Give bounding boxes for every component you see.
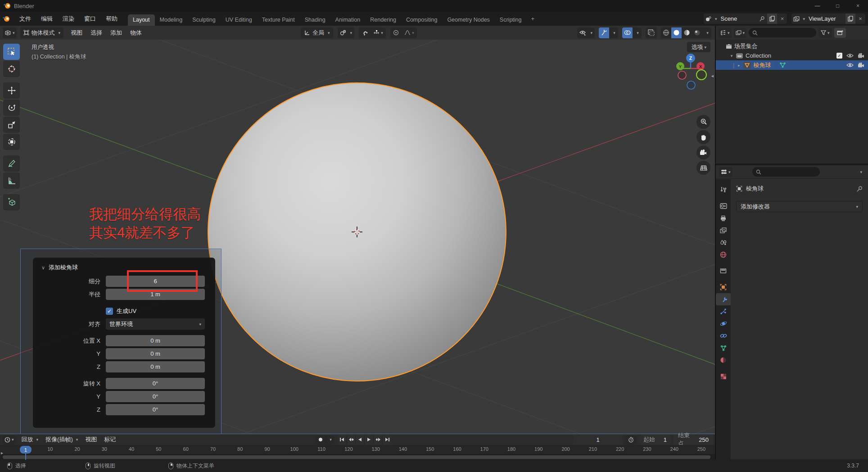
gizmo-x-negative[interactable] xyxy=(678,71,686,79)
location-z-field[interactable]: 0 m xyxy=(106,361,205,372)
outliner-editor-type-button[interactable]: ▾ xyxy=(719,28,732,38)
viewport-menu-item[interactable]: 添加 xyxy=(107,27,126,38)
xray-toggle[interactable] xyxy=(646,27,657,38)
tool-transform[interactable] xyxy=(3,134,20,150)
location-y-field[interactable]: 0 m xyxy=(106,348,205,359)
add-workspace-button[interactable]: + xyxy=(527,14,539,24)
expand-arrow-icon[interactable]: ▾ xyxy=(729,54,734,58)
rotation-z-field[interactable]: 0° xyxy=(106,404,205,415)
shading-wireframe-button[interactable] xyxy=(661,27,671,38)
viewlayer-browse-icon[interactable] xyxy=(791,16,801,22)
close-button[interactable]: × xyxy=(848,0,868,12)
new-viewlayer-icon[interactable] xyxy=(845,14,855,24)
viewport-menu-item[interactable]: 物体 xyxy=(127,27,145,38)
hide-eye-icon[interactable] xyxy=(846,63,854,68)
new-collection-button[interactable] xyxy=(834,28,846,38)
pan-button[interactable] xyxy=(696,130,710,144)
gizmo-z-negative[interactable] xyxy=(687,81,695,89)
current-frame-badge[interactable]: 1 xyxy=(20,446,32,454)
tab-constraints[interactable] xyxy=(716,330,731,342)
timeline-menu-item[interactable]: 抠像(插帧)▾ xyxy=(42,435,81,445)
camera-view-button[interactable] xyxy=(696,145,710,159)
frame-start-field[interactable]: 起始 1 xyxy=(639,435,671,445)
tab-view-layer[interactable] xyxy=(716,224,731,236)
workspace-tab[interactable]: UV Editing xyxy=(221,14,257,26)
snap-toggle-button[interactable] xyxy=(359,27,371,38)
pin-icon[interactable] xyxy=(757,16,767,22)
workspace-tab[interactable]: Compositing xyxy=(401,14,442,26)
tab-physics[interactable] xyxy=(716,318,731,330)
tool-move[interactable] xyxy=(3,82,20,99)
tab-object-data[interactable] xyxy=(716,342,731,354)
properties-search-input[interactable] xyxy=(752,167,820,177)
tab-material[interactable] xyxy=(716,354,731,366)
tool-measure[interactable] xyxy=(3,172,20,189)
timeline-menu-item[interactable]: 回放▾ xyxy=(18,435,42,445)
tool-annotate[interactable] xyxy=(3,155,20,172)
tab-scene[interactable] xyxy=(716,236,731,249)
shading-rendered-button[interactable] xyxy=(692,27,702,38)
expand-arrow-icon[interactable]: ▸ xyxy=(737,63,741,68)
mode-dropdown[interactable]: 物体模式 ▾ xyxy=(20,27,64,38)
breadcrumb-object-name[interactable]: 棱角球 xyxy=(746,185,764,193)
add-modifier-dropdown[interactable]: 添加修改器 ▾ xyxy=(736,201,863,212)
rotation-y-field[interactable]: 0° xyxy=(106,391,205,402)
outliner-row-icosphere[interactable]: | ▸ 棱角球 xyxy=(716,60,868,70)
workspace-tab[interactable]: Sculpting xyxy=(187,14,220,26)
new-scene-icon[interactable] xyxy=(767,14,777,24)
timeline-menu-item[interactable]: 标记 xyxy=(101,435,119,445)
workspace-tab[interactable]: Texture Paint xyxy=(257,14,300,26)
timeline-expand-arrow[interactable]: ▸ xyxy=(1,450,3,455)
outliner-filter-button[interactable]: ▾ xyxy=(818,28,832,38)
hide-eye-icon[interactable] xyxy=(846,53,854,58)
transform-orientation-dropdown[interactable]: 全局 ▾ xyxy=(301,27,333,38)
outliner-display-mode-button[interactable]: ▾ xyxy=(734,28,747,38)
tab-modifiers[interactable] xyxy=(716,293,731,305)
tool-add-primitive[interactable] xyxy=(3,194,20,210)
frame-end-field[interactable]: 结束点 250 xyxy=(674,435,713,445)
jump-to-end-button[interactable] xyxy=(383,435,392,445)
pin-id-icon[interactable] xyxy=(857,186,863,192)
play-reverse-button[interactable] xyxy=(356,435,365,445)
zoom-button[interactable] xyxy=(696,115,710,129)
tab-texture[interactable] xyxy=(716,370,731,382)
gizmo-y-negative[interactable] xyxy=(696,70,706,80)
workspace-tab[interactable]: Animation xyxy=(330,14,366,26)
tab-particles[interactable] xyxy=(716,305,731,318)
tab-render[interactable] xyxy=(716,200,731,212)
current-frame-field[interactable]: 1 xyxy=(573,435,623,445)
operator-panel-header[interactable]: ∨ 添加棱角球 xyxy=(33,262,215,275)
options-dropdown[interactable]: 选项 ▾ xyxy=(687,42,710,52)
show-overlays-toggle[interactable] xyxy=(622,27,633,38)
generate-uv-checkbox[interactable]: ✓ xyxy=(106,308,113,315)
next-keyframe-button[interactable] xyxy=(374,435,383,445)
overlays-settings-dropdown[interactable]: ▾ xyxy=(633,27,642,38)
render-visibility-camera-icon[interactable] xyxy=(858,53,864,59)
play-button[interactable] xyxy=(365,435,374,445)
timeline-scrollbar[interactable] xyxy=(3,455,710,459)
pivot-point-dropdown[interactable]: ▾ xyxy=(338,27,355,38)
workspace-tab[interactable]: Scripting xyxy=(495,14,527,26)
topbar-menu-item[interactable]: 窗口 xyxy=(80,14,100,24)
proportional-falloff-dropdown[interactable]: ▾ xyxy=(402,27,417,38)
object-visibility-dropdown[interactable]: ▾ xyxy=(577,27,595,38)
maximize-button[interactable]: □ xyxy=(827,0,848,12)
timeline-editor-type-button[interactable]: ▾ xyxy=(3,435,16,445)
show-gizmo-toggle[interactable] xyxy=(599,27,609,38)
properties-options-dropdown[interactable]: ▾ xyxy=(860,170,862,174)
viewlayer-name[interactable]: ViewLayer xyxy=(805,15,845,22)
outliner-row-scene-collection[interactable]: 场景集合 xyxy=(716,41,868,51)
topbar-menu-item[interactable]: 编辑 xyxy=(37,14,57,24)
delete-viewlayer-icon[interactable]: × xyxy=(855,15,865,22)
tool-scale[interactable] xyxy=(3,117,20,133)
workspace-tab[interactable]: Geometry Nodes xyxy=(442,14,494,26)
subdivisions-field[interactable]: 6 xyxy=(106,276,205,287)
collection-checkbox[interactable]: ✓ xyxy=(836,53,842,59)
rotation-x-field[interactable]: 0° xyxy=(106,378,205,389)
radius-field[interactable]: 1 m xyxy=(106,289,205,300)
tab-tool[interactable] xyxy=(716,184,731,196)
scene-browse-icon[interactable] xyxy=(704,16,714,22)
render-visibility-camera-icon[interactable] xyxy=(858,63,864,68)
minimize-button[interactable]: — xyxy=(807,0,827,12)
outliner-row-collection[interactable]: ▾ Collection ✓ xyxy=(716,51,868,60)
